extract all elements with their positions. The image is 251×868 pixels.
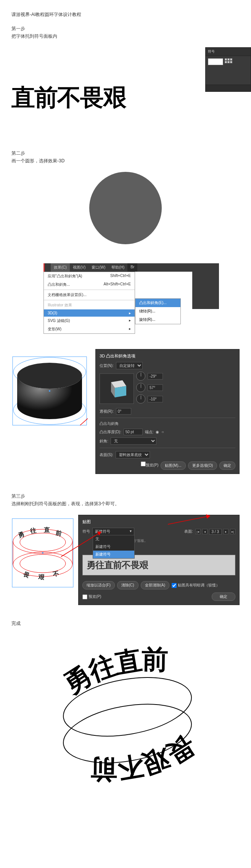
- page-title: 课游视界-AI教程圆环字体设计教程: [11, 11, 240, 18]
- svg-marker-28: [206, 515, 210, 518]
- label-surface: 表面(S):: [100, 452, 113, 458]
- svg-point-4: [49, 390, 50, 392]
- dial-z[interactable]: [136, 394, 145, 404]
- svg-point-14: [20, 554, 66, 573]
- step3-label: 第三步: [11, 493, 240, 500]
- annotation-arrow-2: [168, 513, 214, 528]
- annotation-arrow-1: [61, 530, 107, 568]
- nav-last-icon[interactable]: ▸|: [230, 529, 235, 534]
- surface-nav: |◂ ◂ 3 / 3 ▸ ▸|: [195, 529, 235, 535]
- svg-text:艰: 艰: [38, 573, 45, 581]
- input-rx[interactable]: [148, 373, 163, 380]
- svg-text:畏艰不前: 畏艰不前: [90, 730, 200, 784]
- menu-item-3d[interactable]: 3D(3)▸: [44, 309, 135, 317]
- symbol-thumb[interactable]: [208, 58, 223, 65]
- menu-screenshot: 效果(C) 视图(V) 窗口(W) 帮助(H) Br 应用"凸出和斜角"(A)S…: [43, 263, 208, 334]
- svg-text:往: 往: [29, 527, 37, 534]
- input-ry[interactable]: [148, 384, 163, 391]
- dialog-title: 3D 凸出和斜角选项: [100, 353, 235, 359]
- submenu-extrude[interactable]: 凸出和斜角(E)...: [135, 299, 180, 307]
- select-position[interactable]: 自定旋转: [116, 362, 143, 369]
- btn-ok3[interactable]: 确定: [212, 593, 235, 601]
- section-extrude: 凸出与斜角: [100, 421, 235, 426]
- btn-clear[interactable]: 清除(C): [117, 581, 138, 589]
- label-perspective: 透视(R):: [100, 409, 114, 414]
- svg-text:畏: 畏: [22, 570, 30, 578]
- right-panel-strip: [192, 263, 219, 309]
- dial-x[interactable]: [136, 372, 145, 381]
- input-perspective[interactable]: [116, 408, 131, 415]
- input-depth[interactable]: [124, 429, 143, 435]
- btn-ok[interactable]: 确定: [219, 461, 235, 470]
- surface-text: 勇往直前不畏艰: [87, 559, 231, 571]
- svg-point-24: [42, 552, 43, 554]
- hint-text: "符号"面板。: [128, 538, 235, 543]
- step1-screenshot: 直前不畏艰 符号: [11, 47, 240, 135]
- menu-window[interactable]: 窗口(W): [88, 263, 108, 272]
- menu-item-transform[interactable]: 变形(W)▸: [44, 325, 135, 333]
- label-depth: 凸出厚度(D):: [100, 429, 121, 435]
- step2-label: 第二步: [11, 150, 240, 157]
- select-surface[interactable]: 塑料效果底纹: [116, 451, 150, 458]
- cube-preview[interactable]: [100, 373, 134, 404]
- svg-marker-26: [98, 532, 101, 535]
- checkbox-shade[interactable]: 贴图具有明暗调（较慢）: [172, 583, 220, 588]
- marker: [43, 263, 51, 272]
- svg-text:勇往直前: 勇往直前: [58, 644, 168, 699]
- menu-item-apply[interactable]: 应用"凸出和斜角"(A)Shift+Ctrl+E: [44, 272, 135, 280]
- btn-map[interactable]: 贴图(M)...: [161, 461, 185, 470]
- menu-section-illfx: Illustrator 效果: [44, 301, 135, 309]
- nav-first-icon[interactable]: |◂: [195, 529, 201, 534]
- step1-desc: 把字体托到符号面板内: [11, 33, 240, 40]
- nav-prev-icon[interactable]: ◂: [202, 529, 208, 534]
- svg-marker-9: [115, 386, 126, 397]
- menu-br[interactable]: Br: [127, 263, 137, 272]
- symbols-panel: 符号: [205, 47, 251, 92]
- btn-fit[interactable]: 缩放以适合(F): [82, 581, 115, 589]
- submenu-rotate[interactable]: 旋转(R)...: [135, 315, 180, 324]
- svg-text:不: 不: [52, 570, 60, 578]
- menu-item-extrude-again[interactable]: 凸出和斜角...Alt+Shift+Ctrl+E: [44, 280, 135, 289]
- menu-effect[interactable]: 效果(C): [51, 263, 70, 272]
- cap-on-icon[interactable]: ◉: [156, 430, 159, 434]
- dialog-3d-extrude: 3D 凸出和斜角选项 位置(N): 自定旋转 透视(R): 凸出与斜角 凸出厚度…: [95, 349, 240, 474]
- label-cap: 端点:: [145, 429, 154, 435]
- select-bevel[interactable]: 无: [111, 437, 156, 445]
- step2-desc: 画一个圆形，选择效果-3D: [11, 158, 240, 164]
- menu-view[interactable]: 视图(V): [70, 263, 88, 272]
- label-position: 位置(N):: [100, 363, 114, 368]
- symbols-panel-footer: [206, 85, 251, 91]
- surface-index: 3 / 3: [209, 529, 222, 535]
- label-surface3: 表面:: [184, 529, 193, 534]
- btn-clearall[interactable]: 全部清除(A): [141, 581, 169, 589]
- nav-next-icon[interactable]: ▸: [223, 529, 228, 534]
- svg-text:直: 直: [43, 527, 50, 533]
- svg-line-25: [61, 532, 101, 557]
- svg-point-2: [17, 363, 82, 389]
- menu-help[interactable]: 帮助(H): [108, 263, 127, 272]
- effect-dropdown: 应用"凸出和斜角"(A)Shift+Ctrl+E 凸出和斜角...Alt+Shi…: [43, 272, 135, 334]
- symbols-panel-title: 符号: [206, 48, 251, 56]
- symbol-thumb-grid[interactable]: [225, 58, 233, 65]
- dial-y[interactable]: [136, 383, 145, 392]
- cap-off-icon[interactable]: ○: [161, 430, 164, 434]
- checkbox-preview3[interactable]: 预览(P): [82, 594, 101, 599]
- circle-shape: [89, 172, 162, 244]
- btn-more[interactable]: 更多选项(O): [188, 461, 217, 470]
- menu-item-svg[interactable]: SVG 滤镜(G)▸: [44, 317, 135, 325]
- submenu-3d: 凸出和斜角(E)... 绕转(R)... 旋转(R)...: [135, 298, 181, 324]
- step3-desc: 选择刚刚托到符号面板的图，表现，选择第3个即可。: [11, 501, 240, 507]
- checkbox-preview[interactable]: 预览(P): [141, 461, 158, 470]
- cylinder-preview: [11, 349, 88, 433]
- input-rz[interactable]: [148, 396, 163, 402]
- app-menubar: 效果(C) 视图(V) 窗口(W) 帮助(H) Br: [43, 263, 208, 272]
- submenu-revolve[interactable]: 绕转(R)...: [135, 307, 180, 315]
- final-result: 勇往直前 畏艰不前: [49, 638, 202, 791]
- menu-item-docfx[interactable]: 文档栅格效果设置(E)...: [44, 291, 135, 299]
- svg-line-27: [168, 516, 210, 524]
- done-label: 完成: [11, 620, 240, 627]
- step1-label: 第一步: [11, 26, 240, 32]
- label-bevel: 斜角:: [100, 439, 108, 444]
